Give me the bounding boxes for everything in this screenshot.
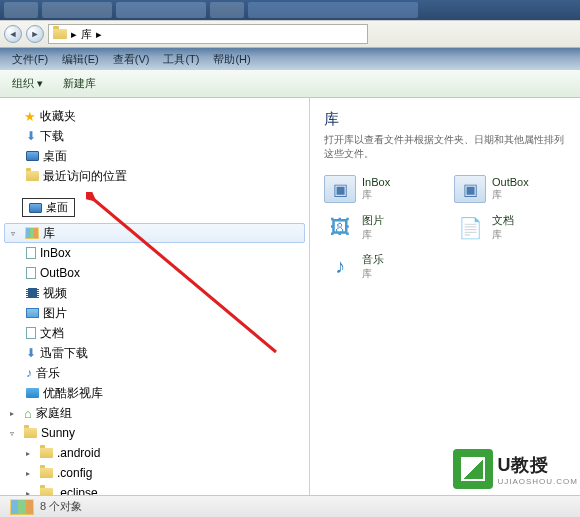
outbox-icon: ▣ (454, 175, 486, 203)
forward-button[interactable]: ► (26, 25, 44, 43)
doc-icon (26, 327, 36, 339)
library-icon (10, 499, 34, 515)
library-item[interactable]: ▣OutBox库 (454, 175, 564, 203)
organize-button[interactable]: 组织 ▾ (6, 74, 49, 93)
doc-icon (26, 267, 36, 279)
address-title: 库 (81, 27, 92, 42)
nav-pane: ★收藏夹 ⬇下载 桌面 最近访问的位置 桌面 ▿库 InBox OutBox 视… (0, 98, 310, 495)
nav-lib-item[interactable]: OutBox (0, 263, 309, 283)
taskbar-slot[interactable] (42, 2, 112, 18)
watermark-icon (453, 449, 493, 489)
nav-recent[interactable]: 最近访问的位置 (0, 166, 309, 186)
page-title: 库 (324, 110, 566, 129)
page-desc: 打开库以查看文件并根据文件夹、日期和其他属性排列这些文件。 (324, 133, 566, 161)
nav-homegroup[interactable]: ▸⌂家庭组 (0, 403, 309, 423)
menu-bar: 文件(F) 编辑(E) 查看(V) 工具(T) 帮助(H) (0, 48, 580, 70)
nav-lib-item[interactable]: 优酷影视库 (0, 383, 309, 403)
nav-lib-item[interactable]: ♪音乐 (0, 363, 309, 383)
menu-file[interactable]: 文件(F) (6, 50, 54, 69)
nav-folder[interactable]: ▸.config (0, 463, 309, 483)
menu-tools[interactable]: 工具(T) (157, 50, 205, 69)
folder-icon (40, 488, 53, 495)
taskbar-slot[interactable] (116, 2, 206, 18)
library-item[interactable]: ♪音乐库 (324, 252, 434, 281)
homegroup-icon: ⌂ (24, 406, 32, 421)
new-library-button[interactable]: 新建库 (57, 74, 102, 93)
nav-folder[interactable]: ▸.android (0, 443, 309, 463)
nav-bar: ◄ ► ▸ 库 ▸ (0, 20, 580, 48)
download-icon: ⬇ (26, 129, 36, 143)
content-pane: 库 打开库以查看文件并根据文件夹、日期和其他属性排列这些文件。 ▣InBox库 … (310, 98, 580, 495)
address-bar[interactable]: ▸ 库 ▸ (48, 24, 368, 44)
taskbar-slot[interactable] (248, 2, 418, 18)
library-item[interactable]: ▣InBox库 (324, 175, 434, 203)
status-bar: 8 个对象 (0, 495, 580, 517)
library-item[interactable]: 🖼图片库 (324, 213, 434, 242)
menu-edit[interactable]: 编辑(E) (56, 50, 105, 69)
menu-help[interactable]: 帮助(H) (207, 50, 256, 69)
folder-icon (26, 171, 39, 181)
nav-folder[interactable]: ▸.eclipse (0, 483, 309, 495)
menu-view[interactable]: 查看(V) (107, 50, 156, 69)
folder-icon (40, 448, 53, 458)
star-icon: ★ (24, 109, 36, 124)
folder-icon (40, 468, 53, 478)
nav-lib-item[interactable]: 视频 (0, 283, 309, 303)
back-button[interactable]: ◄ (4, 25, 22, 43)
folder-icon (53, 29, 67, 39)
library-icon (25, 227, 39, 239)
library-item[interactable]: 📄文档库 (454, 213, 564, 242)
nav-user[interactable]: ▿Sunny (0, 423, 309, 443)
nav-downloads[interactable]: ⬇下载 (0, 126, 309, 146)
nav-lib-item[interactable]: InBox (0, 243, 309, 263)
desktop-highlight[interactable]: 桌面 (22, 198, 75, 217)
youku-icon (26, 388, 39, 398)
nav-lib-item[interactable]: ⬇迅雷下载 (0, 343, 309, 363)
music-icon: ♪ (324, 253, 356, 281)
picture-icon (26, 308, 39, 318)
nav-libraries[interactable]: ▿库 (4, 223, 305, 243)
picture-icon: 🖼 (324, 214, 356, 242)
doc-icon: 📄 (454, 214, 486, 242)
command-bar: 组织 ▾ 新建库 (0, 70, 580, 98)
desktop-icon (29, 203, 42, 213)
taskbar-slot[interactable] (4, 2, 38, 18)
taskbar-slot[interactable] (210, 2, 244, 18)
nav-lib-item[interactable]: 文档 (0, 323, 309, 343)
address-sep: ▸ (71, 28, 77, 41)
doc-icon (26, 247, 36, 259)
desktop-icon (26, 151, 39, 161)
nav-desktop[interactable]: 桌面 (0, 146, 309, 166)
watermark: U教授UJIAOSHOU.COM (451, 447, 580, 491)
folder-icon (24, 428, 37, 438)
music-icon: ♪ (26, 366, 32, 380)
video-icon (26, 288, 39, 298)
address-sep: ▸ (96, 28, 102, 41)
taskbar (0, 0, 580, 20)
nav-lib-item[interactable]: 图片 (0, 303, 309, 323)
inbox-icon: ▣ (324, 175, 356, 203)
favorites-group[interactable]: ★收藏夹 (0, 106, 309, 126)
status-count: 8 个对象 (40, 499, 82, 514)
download-icon: ⬇ (26, 346, 36, 360)
